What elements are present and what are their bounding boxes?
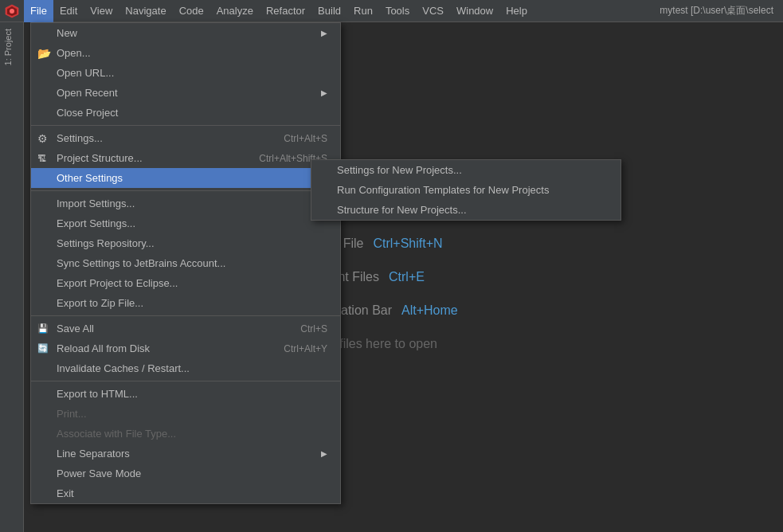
menu-help[interactable]: Help [499, 0, 534, 22]
new-arrow-icon: ▶ [321, 29, 327, 37]
menu-navigate[interactable]: Navigate [119, 0, 172, 22]
menu-item-export-settings[interactable]: Export Settings... [31, 213, 340, 233]
separator-3 [31, 315, 340, 316]
menu-item-line-separators[interactable]: Line Separators ▶ [31, 444, 340, 464]
open-url-label: Open URL... [57, 67, 114, 79]
menu-item-open-recent[interactable]: Open Recent ▶ [31, 83, 340, 103]
menu-code[interactable]: Code [173, 0, 210, 22]
settings-new-projects-label: Settings for New Projects... [337, 164, 462, 176]
exit-label: Exit [57, 487, 74, 499]
submenu-item-settings-new-projects[interactable]: Settings for New Projects... [311, 160, 621, 180]
power-save-mode-label: Power Save Mode [57, 467, 141, 479]
line-separators-arrow-icon: ▶ [321, 449, 327, 458]
menu-vcs[interactable]: VCS [416, 0, 450, 22]
menu-item-exit[interactable]: Exit [31, 483, 340, 503]
menu-item-save-all[interactable]: 💾 Save All Ctrl+S [31, 319, 340, 338]
save-all-shortcut: Ctrl+S [284, 323, 327, 334]
print-label: Print... [57, 408, 87, 420]
project-structure-icon: 🏗 [37, 154, 46, 163]
menu-item-close-project[interactable]: Close Project [31, 103, 340, 123]
menu-item-open-url[interactable]: Open URL... [31, 63, 340, 83]
open-label: Open... [57, 47, 91, 59]
menu-item-project-structure[interactable]: 🏗 Project Structure... Ctrl+Alt+Shift+S [31, 148, 340, 168]
import-settings-label: Import Settings... [57, 198, 135, 209]
reload-icon: 🔄 [37, 343, 49, 354]
settings-shortcut: Ctrl+Alt+S [268, 133, 327, 144]
project-panel: 1: Project [0, 22, 24, 532]
menu-item-associate-file-type: Associate with File Type... [31, 424, 340, 444]
menu-file[interactable]: File [24, 0, 53, 22]
save-all-icon: 💾 [37, 323, 49, 334]
close-project-label: Close Project [57, 107, 118, 119]
menu-item-settings[interactable]: ⚙ Settings... Ctrl+Alt+S [31, 128, 340, 148]
invalidate-caches-label: Invalidate Caches / Restart... [57, 362, 190, 374]
run-config-templates-label: Run Configuration Templates for New Proj… [337, 184, 549, 196]
menu-run[interactable]: Run [347, 0, 379, 22]
other-settings-label: Other Settings [57, 172, 123, 184]
settings-icon: ⚙ [37, 132, 48, 145]
menu-item-export-html[interactable]: Export to HTML... [31, 384, 340, 404]
menu-window[interactable]: Window [450, 0, 499, 22]
export-settings-label: Export Settings... [57, 217, 135, 229]
open-recent-arrow-icon: ▶ [321, 88, 327, 97]
submenu-item-run-config-templates[interactable]: Run Configuration Templates for New Proj… [311, 180, 621, 200]
menu-item-settings-repo[interactable]: Settings Repository... [31, 233, 340, 253]
goto-file-key: Ctrl+Shift+N [373, 237, 442, 251]
svg-point-2 [10, 9, 14, 14]
settings-label: Settings... [57, 132, 103, 144]
menu-edit[interactable]: Edit [53, 0, 84, 22]
save-all-label: Save All [57, 323, 94, 334]
separator-2 [31, 190, 340, 191]
separator-1 [31, 125, 340, 126]
project-path: mytest [D:\user\桌面\select [660, 4, 780, 18]
sync-settings-label: Sync Settings to JetBrains Account... [57, 257, 225, 269]
open-recent-label: Open Recent [57, 87, 118, 99]
main-layout: 1: Project New ▶ 📂 Open... Open URL... O… [0, 22, 783, 532]
menu-bar: File Edit View Navigate Code Analyze Ref… [0, 0, 783, 22]
open-icon: 📂 [37, 47, 51, 60]
menu-item-new[interactable]: New ▶ [31, 23, 340, 43]
file-dropdown-menu: New ▶ 📂 Open... Open URL... Open Recent … [30, 22, 341, 504]
nav-bar-key: Alt+Home [401, 303, 458, 318]
reload-all-label: Reload All from Disk [57, 342, 150, 354]
export-html-label: Export to HTML... [57, 388, 138, 400]
menu-item-open[interactable]: 📂 Open... [31, 43, 340, 63]
menu-item-sync-settings[interactable]: Sync Settings to JetBrains Account... [31, 253, 340, 273]
menu-item-other-settings[interactable]: Other Settings ▶ [31, 168, 340, 188]
menu-item-reload-all[interactable]: 🔄 Reload All from Disk Ctrl+Alt+Y [31, 338, 340, 358]
menu-tools[interactable]: Tools [379, 0, 416, 22]
settings-repo-label: Settings Repository... [57, 237, 155, 249]
app-logo [3, 2, 21, 20]
menu-item-import-settings[interactable]: Import Settings... [31, 194, 340, 213]
menu-item-print: Print... [31, 404, 340, 424]
export-zip-label: Export to Zip File... [57, 297, 143, 309]
submenu-item-structure-new-projects[interactable]: Structure for New Projects... [311, 200, 621, 220]
project-structure-label: Project Structure... [57, 152, 143, 164]
menu-item-export-zip[interactable]: Export to Zip File... [31, 293, 340, 313]
menu-analyze[interactable]: Analyze [210, 0, 260, 22]
reload-all-shortcut: Ctrl+Alt+Y [268, 343, 327, 354]
recent-files-key: Ctrl+E [389, 270, 425, 284]
menu-item-invalidate-caches[interactable]: Invalidate Caches / Restart... [31, 358, 340, 378]
structure-new-projects-label: Structure for New Projects... [337, 204, 467, 216]
export-eclipse-label: Export Project to Eclipse... [57, 277, 178, 289]
other-settings-submenu: Settings for New Projects... Run Configu… [311, 159, 621, 221]
menu-item-export-eclipse[interactable]: Export Project to Eclipse... [31, 273, 340, 293]
separator-4 [31, 381, 340, 381]
menu-refactor[interactable]: Refactor [260, 0, 311, 22]
menu-build[interactable]: Build [311, 0, 347, 22]
project-sidebar-label[interactable]: 1: Project [0, 22, 16, 72]
menu-view[interactable]: View [84, 0, 119, 22]
menu-item-power-save-mode[interactable]: Power Save Mode [31, 464, 340, 483]
associate-file-type-label: Associate with File Type... [57, 428, 176, 440]
line-separators-label: Line Separators [57, 448, 130, 460]
new-label: New [57, 27, 77, 39]
